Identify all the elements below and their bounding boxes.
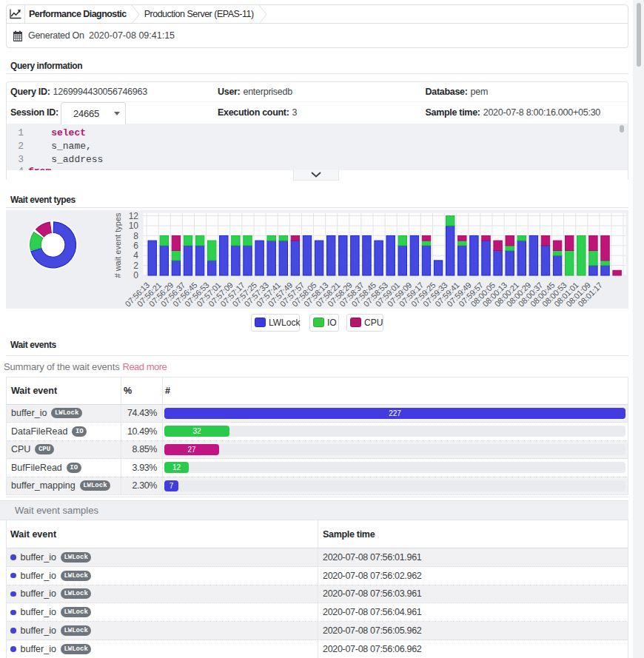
- svg-text:4: 4: [133, 250, 138, 261]
- svg-text:2: 2: [133, 261, 138, 271]
- svg-text:# wait event types: # wait event types: [113, 212, 122, 278]
- svg-text:8: 8: [133, 231, 138, 241]
- svg-text:0: 0: [133, 270, 138, 281]
- svg-text:12: 12: [129, 211, 139, 221]
- svg-text:6: 6: [133, 241, 138, 251]
- svg-text:10: 10: [129, 221, 139, 231]
